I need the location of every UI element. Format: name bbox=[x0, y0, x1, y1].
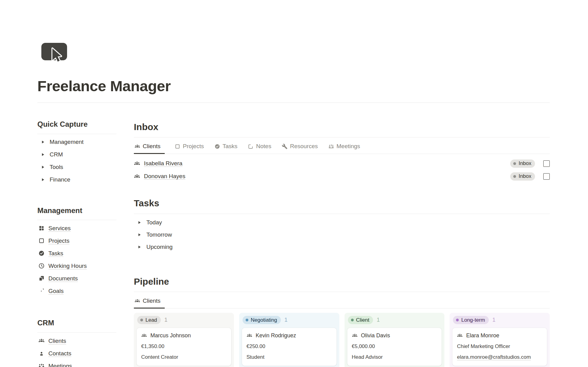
card-email-link[interactable]: elara.monroe@craftstudios.com bbox=[457, 354, 542, 360]
sidebar-section-quick-capture: Quick Capture Management CRM Tools bbox=[37, 120, 116, 186]
sidebar-toggle-finance[interactable]: Finance bbox=[37, 174, 116, 186]
sidebar-link-label: Tasks bbox=[48, 250, 63, 257]
task-groups: Today Tomorrow Upcoming bbox=[134, 216, 550, 253]
status-dot bbox=[351, 319, 354, 321]
task-group-upcoming[interactable]: Upcoming bbox=[134, 241, 550, 253]
toggle-caret-icon bbox=[137, 220, 141, 225]
client-card-marcus-johnson[interactable]: Marcus Johnson €1,350.00 Content Creator bbox=[137, 328, 231, 366]
people-icon bbox=[141, 333, 147, 339]
client-name-link[interactable]: Donovan Hayes bbox=[144, 173, 185, 180]
card-amount: €5,000.00 bbox=[352, 343, 437, 350]
board-column-lead: Lead 1 Marcus Johnson €1,350.00 Content … bbox=[134, 313, 234, 367]
sidebar-item-services[interactable]: Services bbox=[37, 222, 116, 234]
main-content: Inbox Clients Projects Tasks bbox=[134, 103, 550, 367]
card-name: Marcus Johnson bbox=[150, 332, 191, 339]
sidebar-heading-management: Management bbox=[37, 206, 116, 215]
status-dot bbox=[513, 162, 516, 165]
tab-tasks[interactable]: Tasks bbox=[214, 140, 238, 154]
sidebar-item-meetings[interactable]: Meetings bbox=[37, 360, 116, 367]
card-name: Kevin Rodriguez bbox=[256, 332, 296, 339]
card-amount: €250.00 bbox=[247, 343, 332, 350]
task-group-today[interactable]: Today bbox=[134, 216, 550, 229]
tasks-section: Tasks Today Tomorrow Upcoming bbox=[134, 198, 550, 253]
square-icon bbox=[38, 238, 45, 244]
card-role: Content Creator bbox=[141, 354, 227, 360]
target-icon bbox=[38, 288, 45, 294]
column-header: Client 1 bbox=[347, 316, 442, 328]
pipeline-heading: Pipeline bbox=[134, 276, 550, 287]
column-count: 1 bbox=[164, 317, 168, 323]
sidebar-link-label: Documents bbox=[48, 275, 78, 282]
status-pill-negotiating[interactable]: Negotiating bbox=[243, 316, 281, 324]
badge-label: Inbox bbox=[518, 173, 531, 179]
toggle-caret-icon bbox=[41, 165, 45, 169]
check-circle-icon bbox=[38, 250, 45, 257]
status-dot bbox=[456, 319, 459, 321]
meeting-icon bbox=[328, 144, 334, 149]
sidebar-section-management: Management Services Projects Tasks bbox=[37, 206, 116, 298]
status-badge-inbox[interactable]: Inbox bbox=[510, 159, 535, 168]
sidebar-divider bbox=[37, 332, 116, 333]
person-circle-icon bbox=[38, 350, 45, 357]
badge-label: Inbox bbox=[518, 160, 531, 167]
toggle-label: Management bbox=[50, 139, 84, 145]
board-column-client: Client 1 Olivia Davis €5,000.00 Head Adv… bbox=[345, 313, 445, 367]
client-name-link[interactable]: Isabella Rivera bbox=[144, 160, 183, 167]
status-label: Lead bbox=[145, 317, 157, 323]
row-checkbox[interactable] bbox=[543, 173, 550, 180]
card-role: Student bbox=[247, 354, 332, 360]
client-card-kevin-rodriguez[interactable]: Kevin Rodriguez €250.00 Student bbox=[242, 328, 337, 366]
status-label: Negotiating bbox=[251, 317, 277, 323]
sidebar-section-crm: CRM Clients Contacts Meetings bbox=[37, 319, 116, 367]
tab-meetings[interactable]: Meetings bbox=[328, 140, 361, 154]
tab-resources[interactable]: Resources bbox=[281, 140, 318, 154]
sidebar-item-documents[interactable]: Documents bbox=[37, 272, 116, 285]
sidebar-toggle-crm[interactable]: CRM bbox=[37, 148, 116, 161]
tab-label: Tasks bbox=[223, 143, 238, 150]
card-role: Chief Marketing Officer bbox=[457, 343, 542, 350]
column-count: 1 bbox=[492, 317, 496, 323]
card-title: Elara Monroe bbox=[457, 332, 542, 339]
pipeline-section: Pipeline Clients Lead bbox=[134, 276, 550, 367]
sidebar-link-label: Meetings bbox=[48, 363, 72, 367]
grid-icon bbox=[38, 225, 45, 231]
client-card-olivia-davis[interactable]: Olivia Davis €5,000.00 Head Advisor bbox=[347, 328, 442, 366]
row-checkbox[interactable] bbox=[543, 160, 550, 167]
sidebar-divider bbox=[37, 220, 116, 220]
people-icon bbox=[247, 333, 252, 339]
tab-notes[interactable]: Notes bbox=[247, 140, 272, 154]
sidebar-link-label: Projects bbox=[48, 238, 70, 244]
tab-clients[interactable]: Clients bbox=[134, 140, 165, 154]
toggle-caret-icon bbox=[41, 178, 45, 182]
cursor-click-icon bbox=[41, 43, 67, 65]
pipeline-tabs: Clients bbox=[134, 295, 550, 309]
sidebar-item-tasks[interactable]: Tasks bbox=[37, 247, 116, 260]
card-amount: €1,350.00 bbox=[141, 343, 227, 350]
pipeline-tab-clients[interactable]: Clients bbox=[134, 295, 165, 308]
sidebar-toggle-tools[interactable]: Tools bbox=[37, 161, 116, 174]
sidebar-item-working-hours[interactable]: Working Hours bbox=[37, 260, 116, 272]
status-badge-inbox[interactable]: Inbox bbox=[510, 172, 535, 181]
tab-label: Meetings bbox=[337, 143, 360, 150]
people-icon bbox=[134, 144, 140, 149]
sidebar-item-clients[interactable]: Clients bbox=[37, 335, 116, 347]
column-header: Long-term 1 bbox=[452, 316, 547, 328]
freelance-manager-page: Freelance Manager Quick Capture Manageme… bbox=[0, 0, 588, 367]
task-group-tomorrow[interactable]: Tomorrow bbox=[134, 229, 550, 241]
inbox-tabs: Clients Projects Tasks Notes bbox=[134, 140, 550, 154]
status-pill-client[interactable]: Client bbox=[348, 316, 373, 324]
edit-icon bbox=[248, 144, 254, 149]
status-pill-lead[interactable]: Lead bbox=[137, 316, 161, 324]
sidebar-toggle-management[interactable]: Management bbox=[37, 136, 116, 148]
sidebar: Quick Capture Management CRM Tools bbox=[37, 103, 116, 367]
sidebar-item-contacts[interactable]: Contacts bbox=[37, 347, 116, 360]
page-icon[interactable] bbox=[41, 43, 550, 66]
status-dot bbox=[246, 319, 248, 321]
sidebar-item-projects[interactable]: Projects bbox=[37, 234, 116, 247]
sidebar-item-goals[interactable]: Goals bbox=[37, 285, 116, 297]
tab-projects[interactable]: Projects bbox=[174, 140, 205, 154]
section-divider bbox=[134, 292, 550, 292]
status-pill-long-term[interactable]: Long-term bbox=[453, 316, 488, 324]
client-card-elara-monroe[interactable]: Elara Monroe Chief Marketing Officer ela… bbox=[452, 328, 547, 366]
sidebar-link-label: Goals bbox=[48, 288, 64, 294]
